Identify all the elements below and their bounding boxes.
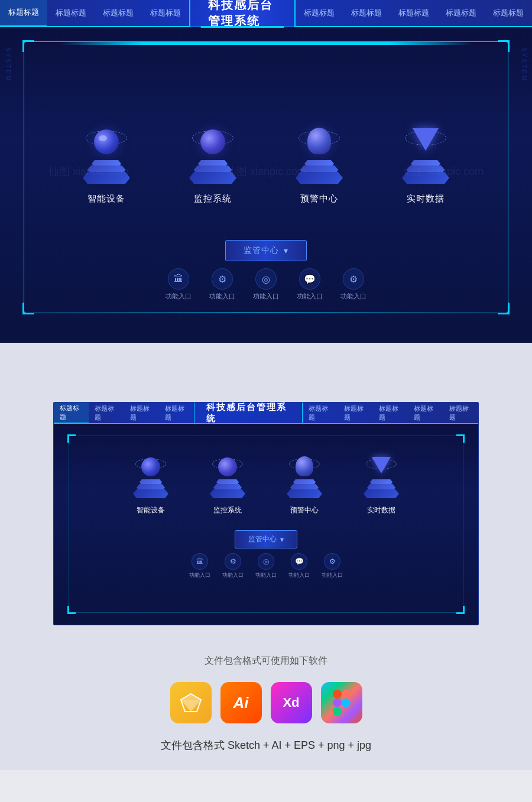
preview-corner-bl [67,606,76,614]
preview-shape-3 [372,457,391,473]
shape-head [307,128,331,154]
preview-label-3: 实时数据 [367,505,395,515]
figma-svg [333,690,351,716]
preview-shape-1 [218,457,237,476]
func-item-3[interactable]: 💬 功能入口 [297,268,323,301]
preview-plat-base-3 [364,489,399,498]
nav-item-r4[interactable]: 标题标题 [485,0,532,27]
preview-icon-1[interactable]: 监控系统 [206,454,250,515]
preview-nav-item-3[interactable]: 标题标题 [159,402,194,424]
corner-tl [22,40,34,52]
preview-icon-2[interactable]: 预警中心 [283,454,327,515]
corner-bl [22,303,34,314]
preview-nav-item-r4[interactable]: 标题标题 [443,402,478,424]
preview-func-2[interactable]: ◎ 功能入口 [255,553,277,579]
func-item-1[interactable]: ⚙ 功能入口 [209,268,235,301]
side-text-right: SYSTEM [521,47,527,82]
figma-icon [321,682,362,723]
preview-nav-item-r1[interactable]: 标题标题 [338,402,373,424]
top-section: 仙图 xianpic.com 仙图 xianpic.com 仙图 xianpic… [0,0,532,343]
platform-base-2 [296,172,343,184]
func-item-4[interactable]: ⚙ 功能入口 [340,268,366,301]
preview-corner-tl [67,434,76,443]
sketch-icon [170,682,212,723]
ai-icon: Ai [220,682,262,723]
supervisor-btn[interactable]: 监管中心 ▾ [225,240,307,261]
shape-sphere-eye [94,129,119,154]
preview-func-1[interactable]: ⚙ 功能入口 [222,553,244,579]
separator [0,343,532,390]
func-icon-1: ⚙ [212,268,233,290]
bottom-preview-section: 仙图 xianpic.com 仙图 xianpic.com 仙图 xianpic… [0,390,532,637]
corner-tr [498,40,510,52]
main-frame: 智能设备 监控系统 [24,41,508,313]
func-label-1: 功能入口 [209,292,235,301]
preview-nav-item-r2[interactable]: 标题标题 [373,402,408,424]
func-icons-row: 🏛 功能入口 ⚙ 功能入口 ◎ 功能入口 💬 功能入口 ⚙ 功能入口 [166,268,366,301]
preview-label-2: 预警中心 [290,505,319,515]
shape-sphere [200,129,225,154]
shape-funnel [413,128,439,151]
preview-func-icon-1: ⚙ [225,553,241,570]
svg-point-6 [342,699,351,707]
func-item-2[interactable]: ◎ 功能入口 [253,268,279,301]
preview-nav-item-active[interactable]: 标题标题 [54,402,89,424]
preview-nav-item-r3[interactable]: 标题标题 [408,402,443,424]
preview-nav: 标题标题 标题标题 标题标题 标题标题 科技感后台管理系统 标题标题 标题标题 … [54,402,478,424]
platform-base-1 [189,172,236,184]
nav-item-r0[interactable]: 标题标题 [296,0,343,27]
preview-icon-3d-2 [283,454,327,498]
icon-item-1[interactable]: 监控系统 [183,125,242,204]
nav-item-r1[interactable]: 标题标题 [343,0,390,27]
preview-nav-item-2[interactable]: 标题标题 [124,402,159,424]
func-item-0[interactable]: 🏛 功能入口 [166,268,192,301]
ai-label: Ai [233,694,249,712]
nav-left: 标题标题 标题标题 标题标题 标题标题 [0,0,189,27]
nav-item-2[interactable]: 标题标题 [95,0,142,27]
preview-label-1: 监控系统 [213,505,242,515]
icon-item-2[interactable]: 预警中心 [290,125,349,204]
preview-nav-item-1[interactable]: 标题标题 [89,402,124,424]
icon-3d-3 [396,125,455,184]
preview-corner-tr [456,434,465,443]
preview-icon-0[interactable]: 智能设备 [129,454,173,515]
preview-icons-row: 智能设备 监控系统 [69,436,463,521]
func-icon-2: ◎ [255,268,277,290]
preview-bottom-controls: 监管中心 ▾ 🏛 功能入口 ⚙ 功能入口 ◎ 功能入口 [69,521,463,591]
preview-func-icon-0: 🏛 [192,553,208,570]
supervisor-label: 监管中心 [244,245,279,256]
preview-icon-3[interactable]: 实时数据 [359,454,404,515]
preview-nav-item-r0[interactable]: 标题标题 [303,402,338,424]
preview-shape-0 [141,457,160,476]
side-text-left: SYSTEM [5,47,11,82]
software-icons-row: Ai Xd [12,682,520,723]
func-label-4: 功能入口 [340,292,366,301]
icon-item-3[interactable]: 实时数据 [396,125,455,204]
nav-item-r3[interactable]: 标题标题 [437,0,485,27]
icon-label-3: 实时数据 [407,193,445,204]
svg-rect-7 [333,707,342,716]
preview-nav-right: 标题标题 标题标题 标题标题 标题标题 标题标题 [303,402,478,424]
xd-icon: Xd [271,682,312,723]
nav-item-r2[interactable]: 标题标题 [390,0,437,27]
preview-func-label-0: 功能入口 [189,572,210,579]
frame-top-bar [60,41,472,45]
preview-func-4[interactable]: ⚙ 功能入口 [322,553,343,579]
icons-row: 智能设备 监控系统 [24,125,508,204]
platform-base-0 [83,172,130,184]
svg-rect-4 [342,690,351,699]
nav-right: 标题标题 标题标题 标题标题 标题标题 标题标题 [296,0,532,27]
nav-item-0[interactable]: 标题标题 [0,0,47,27]
preview-func-0[interactable]: 🏛 功能入口 [189,553,210,579]
preview-func-label-1: 功能入口 [222,572,244,579]
preview-func-3[interactable]: 💬 功能入口 [288,553,310,579]
preview-func-icons-row: 🏛 功能入口 ⚙ 功能入口 ◎ 功能入口 💬 功能入口 [189,553,343,579]
bottom-controls: 监管中心 ▾ 🏛 功能入口 ⚙ 功能入口 ◎ 功能入口 💬 功能入 [166,240,366,301]
nav-item-3[interactable]: 标题标题 [142,0,189,27]
nav-title: 科技感后台管理系统 [189,0,296,27]
corner-br [498,303,510,314]
icon-item-0[interactable]: 智能设备 [77,125,136,204]
preview-supervisor-btn[interactable]: 监管中心 ▾ [235,530,297,548]
dropdown-icon: ▾ [284,246,288,255]
nav-item-1[interactable]: 标题标题 [47,0,95,27]
